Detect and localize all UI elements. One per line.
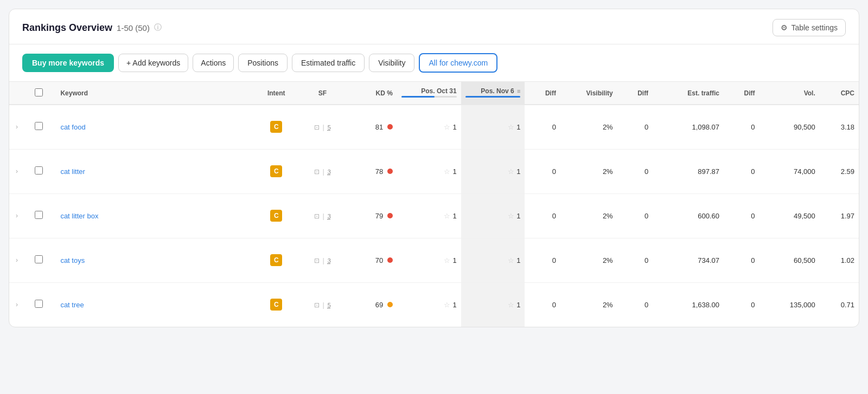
- filter-all-button[interactable]: All for chewy.com: [419, 53, 497, 73]
- col-pos-nov6-header[interactable]: Pos. Nov 6 ≡: [461, 82, 525, 105]
- pos-nov6-value: 1: [516, 301, 520, 309]
- visibility-value: 2%: [603, 123, 613, 131]
- row-checkbox[interactable]: [35, 122, 43, 130]
- vol-value: 135,000: [790, 301, 815, 309]
- row-checkbox[interactable]: [35, 255, 43, 263]
- info-icon[interactable]: ⓘ: [154, 23, 162, 33]
- keyword-link[interactable]: cat toys: [60, 256, 85, 264]
- expand-row-button[interactable]: ›: [14, 122, 20, 132]
- panel-header: Rankings Overview 1-50 (50) ⓘ ⚙ Table se…: [9, 9, 859, 44]
- col-keyword-header[interactable]: Keyword: [56, 82, 255, 105]
- kd-value: 79: [375, 212, 383, 220]
- cpc-cell: 0.71: [820, 282, 859, 327]
- diff1-value: 0: [552, 123, 556, 131]
- expand-row-button[interactable]: ›: [14, 300, 20, 309]
- table-container: Keyword Intent SF KD % Pos. Oct 31: [9, 82, 859, 327]
- toolbar: Buy more keywords + Add keywords Actions…: [9, 44, 859, 82]
- diff3-value: 0: [751, 167, 755, 176]
- diff1-value: 0: [552, 212, 556, 220]
- row-checkbox[interactable]: [35, 300, 43, 308]
- intent-cell: C: [255, 193, 298, 238]
- sf-cell: ⊡ | 3: [298, 238, 348, 282]
- vol-value: 74,000: [794, 167, 815, 176]
- cpc-cell: 2.59: [820, 149, 859, 193]
- table-row: › cat food C ⊡ | 5 81 ☆ 1 ☆: [9, 105, 859, 149]
- expand-cell: ›: [9, 149, 30, 193]
- col-diff1-header[interactable]: Diff: [525, 82, 560, 105]
- vol-col-label: Vol.: [804, 89, 815, 97]
- diff2-cell: 0: [617, 105, 653, 149]
- kd-dot: [387, 302, 393, 307]
- kd-value: 81: [375, 123, 383, 131]
- col-kd-header[interactable]: KD %: [347, 82, 397, 105]
- table-row: › cat litter C ⊡ | 3 78 ☆ 1 ☆: [9, 149, 859, 193]
- sf-divider: |: [323, 301, 324, 309]
- buy-keywords-button[interactable]: Buy more keywords: [22, 54, 114, 72]
- filter-positions-button[interactable]: Positions: [238, 54, 288, 72]
- visibility-cell: 2%: [560, 282, 617, 327]
- col-check: [30, 82, 56, 105]
- expand-cell: ›: [9, 105, 30, 149]
- intent-col-label: Intent: [267, 89, 285, 97]
- keyword-cell: cat toys: [56, 238, 255, 282]
- keyword-link[interactable]: cat tree: [60, 301, 84, 309]
- pos-nov6-cell: ☆ 1: [461, 105, 525, 149]
- est-traffic-value: 1,638.00: [692, 301, 719, 309]
- pos-oct31-col-label: Pos. Oct 31: [421, 87, 456, 95]
- keyword-link[interactable]: cat litter: [60, 167, 85, 176]
- star-oct31-icon: ☆: [444, 301, 450, 309]
- col-est-traffic-header[interactable]: Est. traffic: [653, 82, 724, 105]
- diff2-cell: 0: [617, 282, 653, 327]
- expand-cell: ›: [9, 238, 30, 282]
- expand-row-button[interactable]: ›: [14, 255, 20, 265]
- est-traffic-value: 734.07: [698, 256, 719, 264]
- star-nov6-icon: ☆: [508, 256, 514, 264]
- filter-all-label: All for chewy.com: [429, 59, 488, 67]
- checkbox-cell: [30, 238, 56, 282]
- diff3-cell: 0: [724, 282, 759, 327]
- star-nov6-icon: ☆: [508, 212, 514, 220]
- visibility-value: 2%: [603, 212, 613, 220]
- diff2-value: 0: [644, 212, 648, 220]
- col-pos-oct31-header[interactable]: Pos. Oct 31: [397, 82, 461, 105]
- keyword-cell: cat litter box: [56, 193, 255, 238]
- add-keywords-button[interactable]: + Add keywords: [118, 54, 188, 72]
- star-oct31-icon: ☆: [444, 167, 450, 176]
- expand-row-button[interactable]: ›: [14, 211, 20, 221]
- table-row: › cat toys C ⊡ | 3 70 ☆ 1 ☆: [9, 238, 859, 282]
- cpc-value: 1.02: [841, 256, 854, 264]
- table-settings-button[interactable]: ⚙ Table settings: [773, 19, 846, 36]
- star-oct31-icon: ☆: [444, 212, 450, 220]
- kd-cell: 69: [347, 282, 397, 327]
- diff2-value: 0: [644, 123, 648, 131]
- filter-traffic-button[interactable]: Estimated traffic: [292, 54, 365, 72]
- sf-camera-icon: ⊡: [314, 257, 320, 264]
- col-diff2-header[interactable]: Diff: [617, 82, 653, 105]
- keyword-link[interactable]: cat food: [60, 123, 85, 131]
- col-visibility-header[interactable]: Visibility: [560, 82, 617, 105]
- intent-badge: C: [270, 121, 282, 133]
- kd-value: 78: [375, 167, 383, 176]
- diff3-col-label: Diff: [744, 89, 755, 97]
- sf-divider: |: [323, 123, 324, 131]
- actions-button[interactable]: Actions: [193, 54, 234, 72]
- vol-cell: 49,500: [760, 193, 820, 238]
- kd-value: 70: [375, 256, 383, 264]
- row-checkbox[interactable]: [35, 211, 43, 219]
- cpc-cell: 1.02: [820, 238, 859, 282]
- row-checkbox[interactable]: [35, 166, 43, 175]
- col-intent-header[interactable]: Intent: [255, 82, 298, 105]
- rankings-table: Keyword Intent SF KD % Pos. Oct 31: [9, 82, 859, 327]
- visibility-cell: 2%: [560, 149, 617, 193]
- select-all-checkbox[interactable]: [35, 88, 43, 96]
- col-cpc-header[interactable]: CPC: [820, 82, 859, 105]
- keyword-link[interactable]: cat litter box: [60, 212, 98, 220]
- checkbox-cell: [30, 282, 56, 327]
- col-sf-header[interactable]: SF: [298, 82, 348, 105]
- col-vol-header[interactable]: Vol.: [760, 82, 820, 105]
- filter-visibility-button[interactable]: Visibility: [369, 54, 414, 72]
- col-diff3-header[interactable]: Diff: [724, 82, 759, 105]
- est-traffic-cell: 1,098.07: [653, 105, 724, 149]
- visibility-cell: 2%: [560, 238, 617, 282]
- expand-row-button[interactable]: ›: [14, 166, 20, 176]
